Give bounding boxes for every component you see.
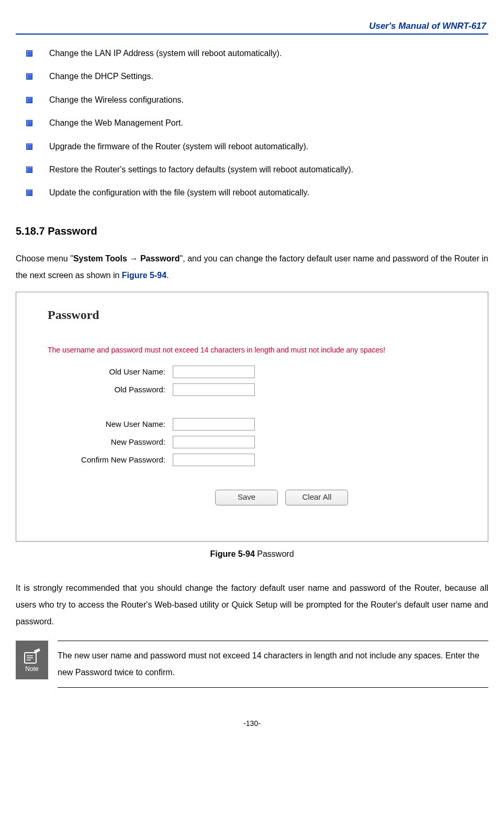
caption-bold: Figure 5-94 xyxy=(210,549,254,558)
input-old-pass[interactable] xyxy=(173,383,255,396)
form-row-old-pass: Old Password: xyxy=(48,383,475,396)
note-text: The new user name and password must not … xyxy=(58,641,488,688)
list-item-text: Change the Wireless configurations. xyxy=(49,94,184,106)
intro-suffix: . xyxy=(166,271,169,280)
list-item-text: Update the configuration with the file (… xyxy=(49,187,309,199)
label-new-pass: New Password: xyxy=(48,437,173,446)
list-item: Change the LAN IP Address (system will r… xyxy=(26,48,488,59)
panel-notice: The username and password must not excee… xyxy=(48,346,475,354)
list-item: Restore the Router's settings to factory… xyxy=(26,164,488,175)
diamond-bullet-icon xyxy=(26,167,32,173)
recommend-paragraph: It is strongly recommended that you shou… xyxy=(16,580,488,630)
input-new-pass[interactable] xyxy=(173,436,255,448)
label-old-pass: Old Password: xyxy=(48,385,173,394)
clear-all-button[interactable]: Clear All xyxy=(285,490,348,505)
note-block: Note The new user name and password must… xyxy=(16,641,488,688)
intro-paragraph: Choose menu "System Tools → Password", a… xyxy=(16,250,488,284)
list-item-text: Change the LAN IP Address (system will r… xyxy=(49,48,282,59)
list-item: Change the Wireless configurations. xyxy=(26,94,488,106)
note-icon: Note xyxy=(16,641,48,679)
list-item: Change the Web Management Port. xyxy=(26,117,488,129)
list-item-text: Upgrade the firmware of the Router (syst… xyxy=(49,141,308,152)
diamond-bullet-icon xyxy=(26,190,32,196)
diamond-bullet-icon xyxy=(26,144,32,150)
diamond-bullet-icon xyxy=(26,50,32,57)
form-row-new-user: New User Name: xyxy=(48,418,475,431)
pencil-note-icon xyxy=(21,647,42,665)
page-header: User's Manual of WNRT-617 xyxy=(16,21,488,34)
header-rule xyxy=(16,34,488,35)
diamond-bullet-icon xyxy=(26,120,32,126)
figure-link[interactable]: Figure 5-94 xyxy=(122,271,166,280)
input-old-user[interactable] xyxy=(173,366,255,378)
input-ne-M-user[interactable] xyxy=(173,418,255,431)
label-confirm: Confirm New Password: xyxy=(48,455,173,464)
intro-prefix: Choose menu " xyxy=(16,254,73,263)
bullet-list: Change the LAN IP Address (system will r… xyxy=(26,48,488,199)
list-item-text: Restore the Router's settings to factory… xyxy=(49,164,353,175)
list-item-text: Change the Web Management Port. xyxy=(49,117,183,129)
label-new-user: New User Name: xyxy=(48,420,173,428)
diamond-bullet-icon xyxy=(26,97,32,103)
list-item: Update the configuration with the file (… xyxy=(26,187,488,199)
figure-caption: Figure 5-94 Password xyxy=(16,549,488,559)
form-row-confirm: Confirm New Password: xyxy=(48,454,475,466)
list-item: Change the DHCP Settings. xyxy=(26,71,488,82)
form-row-old-user: Old User Name: xyxy=(48,366,475,378)
save-button[interactable]: Save xyxy=(215,490,278,505)
intro-bold: System Tools → Password xyxy=(73,254,180,263)
input-confirm[interactable] xyxy=(173,454,255,466)
note-icon-label: Note xyxy=(25,665,38,673)
list-item: Upgrade the firmware of the Router (syst… xyxy=(26,141,488,152)
button-row: Save Clear All xyxy=(48,490,475,505)
caption-text: Password xyxy=(255,549,294,558)
figure-password-panel: Password The username and password must … xyxy=(16,292,488,542)
label-old-user: Old User Name: xyxy=(48,367,173,376)
panel-title: Password xyxy=(48,308,475,322)
page-number: -130- xyxy=(16,719,488,728)
list-item-text: Change the DHCP Settings. xyxy=(49,71,153,82)
form-row-new-pass: New Password: xyxy=(48,436,475,448)
section-heading: 5.18.7 Password xyxy=(16,225,488,237)
diamond-bullet-icon xyxy=(26,73,32,80)
